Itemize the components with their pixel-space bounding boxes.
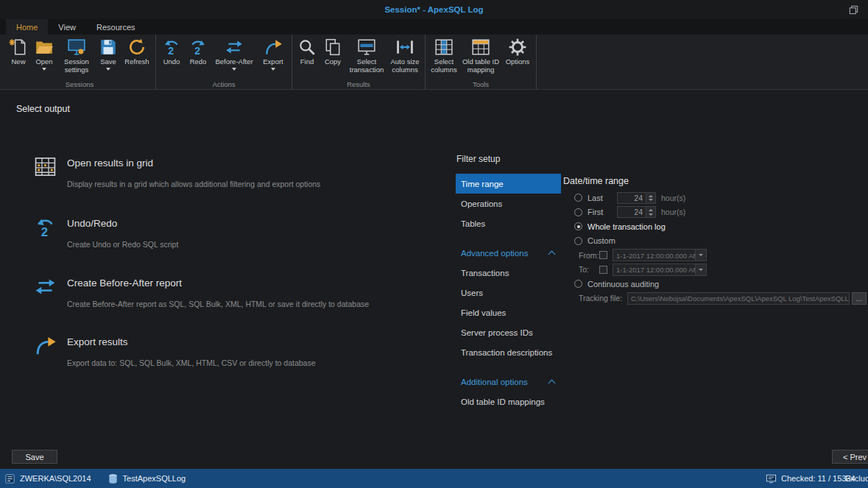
filter-item-transactions[interactable]: Transactions — [456, 263, 561, 283]
option-description: Create Undo or Redo SQL script — [67, 240, 178, 249]
whole-transaction-log-radio[interactable] — [574, 222, 582, 230]
undo-redo-icon — [34, 216, 57, 238]
select-transaction-icon — [357, 38, 376, 57]
filter-item-tables[interactable]: Tables — [456, 213, 561, 233]
title-bar: Session* - ApexSQL Log — [0, 0, 868, 19]
save-floppy-icon — [99, 38, 118, 57]
prev-button[interactable]: < Prev — [832, 450, 868, 464]
undo-button[interactable]: Undo — [158, 35, 185, 66]
before-after-button[interactable]: Before-After — [211, 35, 257, 71]
spinner-arrows[interactable] — [646, 206, 656, 218]
output-option-undo-redo[interactable]: Undo/Redo Create Undo or Redo SQL script — [34, 218, 178, 249]
filter-item-field-values[interactable]: Field values — [456, 303, 561, 322]
to-date-combo[interactable]: 1-1-2017 12:00:00.000 AM — [613, 264, 707, 276]
server-icon — [4, 473, 15, 484]
select-columns-icon — [434, 38, 454, 57]
ribbon-group-actions: Undo Redo Before-After Export Actions — [156, 35, 292, 89]
combo-arrow[interactable] — [695, 250, 706, 261]
button-label: Old table ID mapping — [460, 58, 501, 74]
filter-item-time-range[interactable]: Time range — [456, 174, 561, 194]
dropdown-caret-icon — [42, 68, 46, 71]
old-table-id-mapping-button[interactable]: Old table ID mapping — [460, 35, 501, 74]
tracking-file-browse-button[interactable]: ... — [852, 292, 867, 305]
continuous-auditing-label: Continuous auditing — [588, 280, 659, 289]
redo-icon — [188, 38, 208, 57]
output-option-export[interactable]: Export results Export data to: SQL, SQL … — [34, 336, 316, 367]
button-label: Select columns — [428, 58, 460, 74]
status-bar: ZWERKA\SQL2014 TestApexSQLLog Checked: 1… — [0, 469, 868, 488]
open-button[interactable]: Open — [31, 35, 57, 71]
filter-item-server-process-ids[interactable]: Server process IDs — [456, 322, 561, 342]
open-folder-icon — [35, 38, 54, 57]
tracking-file-row: Tracking file: C:\Users\Nebojsa\Document… — [579, 291, 867, 306]
undo-icon — [162, 38, 181, 57]
filter-section-additional-options[interactable]: Additional options — [456, 372, 561, 392]
from-checkbox[interactable] — [599, 251, 607, 259]
button-label: Copy — [325, 58, 341, 66]
new-button[interactable]: New — [6, 35, 31, 66]
ribbon: New Open Session settings Save Refresh S… — [0, 35, 868, 90]
spinner-value[interactable]: 24 — [617, 192, 646, 204]
button-label: Undo — [163, 58, 180, 66]
filter-item-label: Server process IDs — [461, 328, 533, 337]
from-date-combo[interactable]: 1-1-2017 12:00:00.000 AM — [613, 249, 707, 261]
filter-setup-list: Time range Operations Tables Advanced op… — [456, 174, 561, 411]
session-settings-button[interactable]: Session settings — [57, 35, 96, 74]
new-document-icon — [9, 38, 28, 57]
save-button[interactable]: Save — [12, 450, 57, 464]
last-hours-row: Last 24 hour(s) — [574, 191, 867, 205]
filter-section-advanced-options[interactable]: Advanced options — [456, 243, 561, 263]
refresh-button[interactable]: Refresh — [121, 35, 153, 66]
option-description: Display results in a grid which allows a… — [67, 180, 320, 188]
filter-item-operations[interactable]: Operations — [456, 194, 561, 213]
export-button[interactable]: Export — [257, 35, 289, 71]
redo-button[interactable]: Redo — [185, 35, 211, 66]
filter-item-old-table-id-mappings[interactable]: Old table ID mappings — [456, 392, 561, 411]
tracking-file-label: Tracking file: — [579, 294, 627, 303]
custom-from-row: From: 1-1-2017 12:00:00.000 AM — [579, 248, 867, 263]
tab-resources[interactable]: Resources — [86, 19, 146, 35]
last-hours-spinner[interactable]: 24 — [617, 192, 656, 204]
filter-item-label: Field values — [461, 308, 506, 317]
output-option-grid[interactable]: Open results in grid Display results in … — [34, 158, 320, 188]
filter-item-users[interactable]: Users — [456, 283, 561, 303]
datetime-range-heading: Date/time range — [563, 176, 629, 186]
ribbon-group-sessions: New Open Session settings Save Refresh S… — [4, 35, 156, 89]
filter-item-transaction-descriptions[interactable]: Transaction descriptions — [456, 342, 561, 362]
export-icon — [34, 334, 57, 357]
spinner-value[interactable]: 24 — [617, 206, 646, 218]
button-label: Open — [35, 58, 52, 66]
ribbon-group-label: Tools — [426, 80, 536, 88]
select-transaction-button[interactable]: Select transaction — [346, 35, 387, 74]
tracking-file-input[interactable]: C:\Users\Nebojsa\Documents\ApexSQL\ApexS… — [627, 292, 850, 305]
old-table-id-mapping-icon — [471, 38, 490, 57]
output-option-before-after[interactable]: Create Before-After report Create Before… — [34, 277, 369, 308]
ribbon-group-tools: Select columns Old table ID mapping Opti… — [426, 35, 537, 89]
to-label: To: — [579, 265, 599, 274]
options-button[interactable]: Options — [501, 35, 534, 66]
filter-item-label: Transaction descriptions — [461, 348, 552, 357]
save-session-button[interactable]: Save — [96, 35, 121, 71]
last-radio[interactable] — [574, 194, 582, 202]
first-hours-spinner[interactable]: 24 — [617, 206, 656, 218]
tab-home[interactable]: Home — [6, 19, 48, 35]
dropdown-caret-icon — [271, 68, 275, 71]
auto-size-columns-button[interactable]: Auto size columns — [387, 35, 423, 74]
ribbon-group-label: Actions — [156, 80, 292, 88]
tab-view[interactable]: View — [48, 19, 86, 35]
spinner-arrows[interactable] — [646, 192, 656, 204]
button-label: Refresh — [124, 58, 149, 66]
tab-label: View — [58, 23, 76, 32]
combo-arrow[interactable] — [695, 264, 706, 275]
copy-button[interactable]: Copy — [320, 35, 346, 66]
continuous-auditing-radio[interactable] — [574, 280, 582, 288]
custom-radio[interactable] — [574, 237, 582, 245]
to-checkbox[interactable] — [599, 266, 607, 274]
first-radio[interactable] — [574, 208, 582, 216]
window-restore-icon[interactable] — [848, 4, 859, 15]
find-button[interactable]: Find — [294, 35, 320, 66]
status-excluded: Excluded — [845, 469, 868, 488]
select-columns-button[interactable]: Select columns — [428, 35, 460, 74]
filter-item-label: Tables — [461, 219, 485, 228]
filter-item-label: Transactions — [461, 269, 509, 277]
